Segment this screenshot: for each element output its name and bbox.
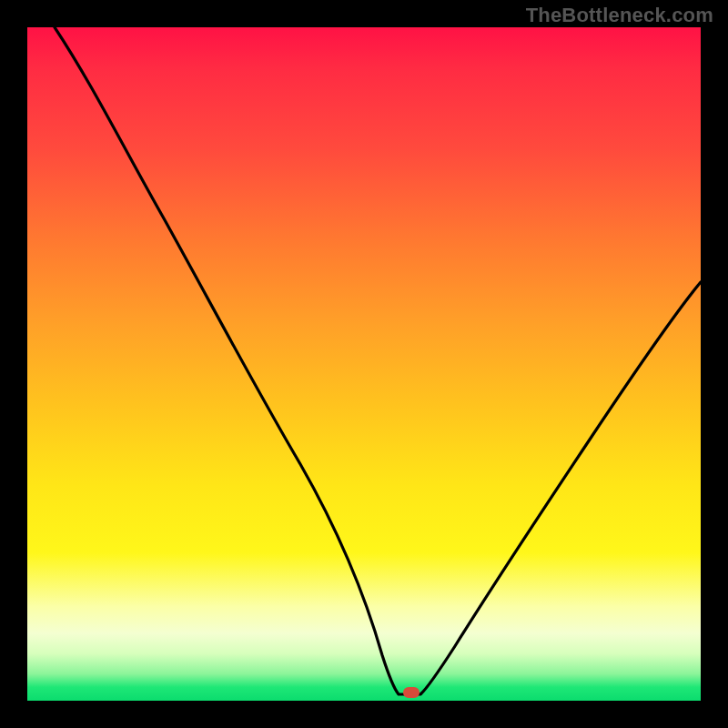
plot-area xyxy=(27,27,701,701)
bottleneck-curve xyxy=(27,27,701,701)
watermark-text: TheBottleneck.com xyxy=(526,4,713,27)
minimum-marker xyxy=(403,687,420,698)
chart-frame: TheBottleneck.com xyxy=(0,0,728,728)
curve-path xyxy=(55,27,701,694)
